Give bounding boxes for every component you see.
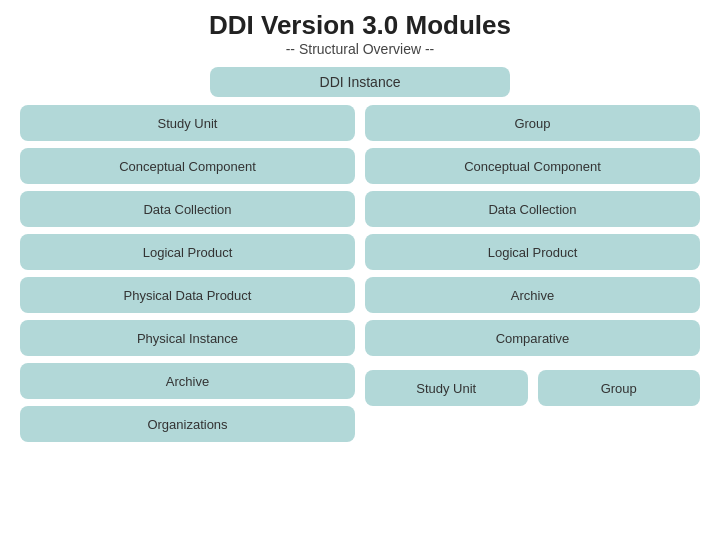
sub-title: -- Structural Overview --: [20, 41, 700, 57]
right-comparative: Comparative: [365, 320, 700, 356]
left-physical-instance: Physical Instance: [20, 320, 355, 356]
left-study-unit: Study Unit: [20, 105, 355, 141]
left-logical-product: Logical Product: [20, 234, 355, 270]
left-data-collection: Data Collection: [20, 191, 355, 227]
ddi-instance-box: DDI Instance: [210, 67, 510, 97]
right-archive: Archive: [365, 277, 700, 313]
columns: Study Unit Conceptual Component Data Col…: [20, 105, 700, 442]
right-group: Group: [365, 105, 700, 141]
left-physical-data-product: Physical Data Product: [20, 277, 355, 313]
right-bottom-row: Study Unit Group: [365, 370, 700, 406]
right-column: Group Conceptual Component Data Collecti…: [365, 105, 700, 442]
page: DDI Version 3.0 Modules -- Structural Ov…: [0, 0, 720, 540]
left-archive: Archive: [20, 363, 355, 399]
main-title: DDI Version 3.0 Modules: [20, 10, 700, 41]
right-study-unit: Study Unit: [365, 370, 528, 406]
left-column: Study Unit Conceptual Component Data Col…: [20, 105, 355, 442]
right-data-collection: Data Collection: [365, 191, 700, 227]
right-logical-product: Logical Product: [365, 234, 700, 270]
right-conceptual-component: Conceptual Component: [365, 148, 700, 184]
left-conceptual-component: Conceptual Component: [20, 148, 355, 184]
title-section: DDI Version 3.0 Modules -- Structural Ov…: [20, 10, 700, 57]
right-group-bottom: Group: [538, 370, 701, 406]
left-organizations: Organizations: [20, 406, 355, 442]
ddi-instance-row: DDI Instance: [20, 67, 700, 97]
